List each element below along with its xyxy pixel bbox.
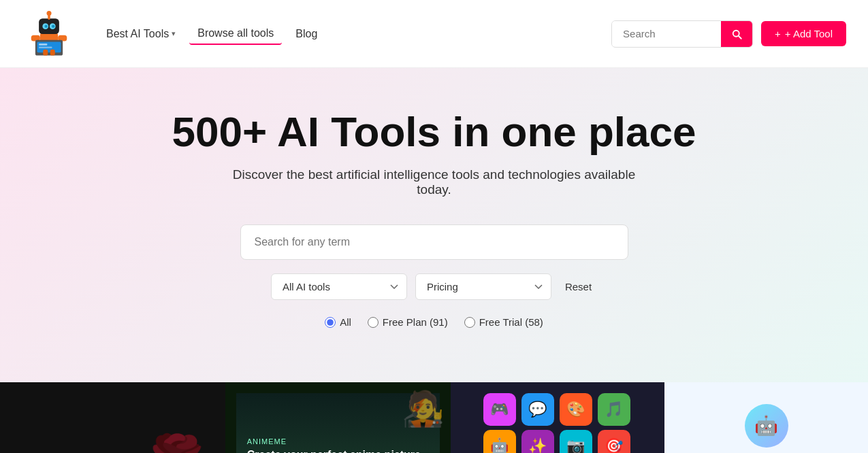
reset-button[interactable]: Reset bbox=[560, 274, 597, 299]
search-icon bbox=[730, 28, 743, 40]
radio-all-input[interactable] bbox=[325, 317, 336, 328]
svg-point-5 bbox=[52, 24, 54, 27]
radio-free-plan[interactable]: Free Plan (91) bbox=[368, 316, 448, 328]
radio-free-trial-input[interactable] bbox=[464, 317, 475, 328]
svg-rect-13 bbox=[39, 46, 52, 48]
hero-search-box bbox=[240, 224, 628, 260]
nav-search-box bbox=[611, 20, 753, 48]
category-filter[interactable]: All AI tools bbox=[271, 273, 407, 300]
svg-point-4 bbox=[44, 24, 47, 27]
svg-rect-12 bbox=[39, 44, 47, 46]
app-icon-5: 🤖 bbox=[483, 430, 516, 453]
plus-icon: + bbox=[775, 28, 781, 39]
nav-search-input[interactable] bbox=[612, 21, 721, 46]
hero-search-input[interactable] bbox=[255, 236, 614, 248]
pricing-radio-group: All Free Plan (91) Free Trial (58) bbox=[14, 316, 854, 328]
svg-rect-1 bbox=[39, 18, 59, 34]
hero-section: 500+ AI Tools in one place Discover the … bbox=[0, 68, 868, 382]
pricing-filter[interactable]: Pricing bbox=[415, 273, 551, 300]
app-icon-3: 🎨 bbox=[560, 393, 592, 426]
filters-row: All AI tools Pricing Reset bbox=[14, 273, 854, 300]
nav-links: Best AI Tools ▾ Browse all tools Blog bbox=[98, 23, 325, 45]
hero-heading: 500+ AI Tools in one place bbox=[14, 109, 854, 155]
copyai-logo: 🤖 copy.ai bbox=[737, 404, 797, 453]
anime-description: Create your perfect anime picture with A… bbox=[247, 448, 429, 453]
nav-best-ai-tools[interactable]: Best AI Tools ▾ bbox=[98, 24, 184, 44]
nav-browse-all-tools[interactable]: Browse all tools bbox=[189, 23, 282, 45]
app-icon-8: 🎯 bbox=[598, 430, 630, 453]
nav-left: Best AI Tools ▾ Browse all tools Blog bbox=[22, 7, 325, 61]
app-icon-4: 🎵 bbox=[598, 393, 630, 426]
add-tool-button[interactable]: + + Add Tool bbox=[761, 21, 846, 46]
card-flash-tattoo[interactable]: 🌹 your own flash tattoo bbox=[0, 382, 225, 453]
svg-rect-14 bbox=[43, 49, 48, 55]
rose-decoration: 🌹 bbox=[138, 437, 214, 453]
tool-cards-row: 🌹 your own flash tattoo animeme Create y… bbox=[0, 382, 868, 453]
app-icon-6: ✨ bbox=[521, 430, 554, 453]
nav-search-button[interactable] bbox=[721, 21, 752, 47]
card-anime[interactable]: animeme Create your perfect anime pictur… bbox=[225, 382, 451, 453]
svg-rect-15 bbox=[50, 49, 55, 55]
anime-brand-label: animeme bbox=[247, 437, 429, 446]
svg-point-7 bbox=[47, 10, 52, 15]
app-icon-2: 💬 bbox=[521, 393, 554, 426]
radio-free-plan-input[interactable] bbox=[368, 317, 379, 328]
radio-all[interactable]: All bbox=[325, 316, 351, 328]
card-app-icons[interactable]: 🎮 💬 🎨 🎵 🤖 ✨ 📷 🎯 🌐 💡 🦊 🔮 bbox=[451, 382, 665, 453]
hero-subheading: Discover the best artificial intelligenc… bbox=[216, 167, 652, 197]
radio-free-trial[interactable]: Free Trial (58) bbox=[464, 316, 543, 328]
nav-right: + + Add Tool bbox=[611, 20, 846, 48]
nav-blog[interactable]: Blog bbox=[287, 24, 325, 44]
app-icons-grid: 🎮 💬 🎨 🎵 🤖 ✨ 📷 🎯 🌐 💡 🦊 🔮 bbox=[478, 388, 637, 453]
app-icon-1: 🎮 bbox=[483, 393, 516, 426]
chevron-down-icon: ▾ bbox=[172, 29, 176, 38]
copyai-icon: 🤖 bbox=[745, 404, 788, 448]
logo[interactable] bbox=[22, 7, 76, 61]
logo-icon bbox=[25, 10, 73, 58]
card-copyai[interactable]: 🤖 copy.ai bbox=[664, 382, 868, 453]
navbar: Best AI Tools ▾ Browse all tools Blog + … bbox=[0, 0, 868, 68]
app-icon-7: 📷 bbox=[560, 430, 592, 453]
anime-decoration: 🧑‍🎤 bbox=[402, 389, 444, 429]
